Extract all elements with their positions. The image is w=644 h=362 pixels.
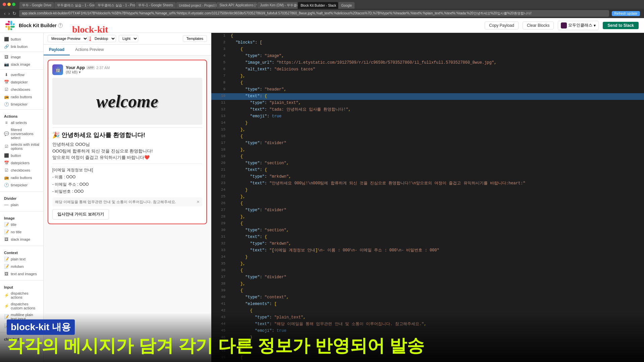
- json-line[interactable]: 31 "text": {: [211, 234, 644, 241]
- send-to-slack-button[interactable]: Send to Slack: [603, 22, 639, 29]
- browser-tab[interactable]: Untitled project - Project Ed...: [176, 2, 216, 9]
- browser-tab[interactable]: Justin Kim (DM) - 무두클레스...: [257, 2, 298, 9]
- json-line[interactable]: 9 "type": "header",: [211, 86, 644, 93]
- browser-tab[interactable]: 무두클레스 실습 - 1 - Project: [95, 2, 135, 9]
- copy-payload-button[interactable]: Copy Payload: [485, 21, 519, 29]
- line-number: 24: [215, 187, 225, 194]
- sidebar-item-datepicker[interactable]: 📅datepicker: [0, 78, 43, 86]
- browser-tab[interactable]: Slack API: Applications | 앱...: [217, 2, 257, 9]
- browser-tab[interactable]: 무두클레스 실습 - 1 - Google: [54, 2, 95, 9]
- sidebar-item-timepicker[interactable]: 🕐timepicker: [0, 181, 43, 189]
- json-line[interactable]: 39 {: [211, 288, 644, 294]
- theme-select[interactable]: Light Dark: [119, 35, 138, 42]
- json-line[interactable]: 22 "type": "mrkdwn",: [211, 174, 644, 180]
- sidebar-item-text-and-images[interactable]: 🖼text and images: [0, 270, 43, 278]
- json-line[interactable]: 2 "blocks": [: [211, 40, 644, 46]
- json-line[interactable]: 3 {: [211, 46, 644, 53]
- sidebar-item-plain[interactable]: —plain: [0, 201, 43, 208]
- json-line[interactable]: 25 },: [211, 194, 644, 200]
- json-line[interactable]: 23 "text": "안녕하세요 000님!\n000팀에 합류하게 되신 것…: [211, 180, 644, 187]
- clear-blocks-button[interactable]: Clear Blocks: [523, 21, 554, 29]
- json-line[interactable]: 21 "text": {: [211, 167, 644, 174]
- sidebar-item-button[interactable]: ⬛button: [0, 152, 43, 159]
- refresh-icon[interactable]: ↻: [12, 11, 16, 16]
- tab-payload[interactable]: Payload: [44, 45, 70, 55]
- sidebar-item-icon: 📝: [4, 230, 9, 234]
- sidebar-item-no-title[interactable]: 📝no title: [0, 228, 43, 236]
- sidebar-item-title[interactable]: 📝title: [0, 221, 43, 228]
- sidebar-item-button[interactable]: ⬛button: [0, 36, 43, 43]
- json-line[interactable]: 41 "elements": [: [211, 301, 644, 308]
- json-line[interactable]: 32 "type": "mrkdwn",: [211, 241, 644, 247]
- sidebar-item-slack-image[interactable]: 🖼slack image: [0, 236, 43, 243]
- sidebar-item-slack-image[interactable]: 📷slack image: [0, 61, 43, 68]
- browser-tab[interactable]: Google: [338, 2, 355, 9]
- json-line[interactable]: 34 }: [211, 254, 644, 261]
- templates-button[interactable]: Templates: [183, 35, 207, 42]
- json-line[interactable]: 27 "type": "divider": [211, 207, 644, 214]
- json-line[interactable]: 1{: [211, 33, 644, 40]
- json-line[interactable]: 20 "type": "section",: [211, 160, 644, 167]
- browser-tab[interactable]: 무두-1 - Google Sheets: [136, 2, 176, 9]
- json-line[interactable]: 18 },: [211, 147, 644, 154]
- update-button[interactable]: Refresh update: [612, 11, 640, 16]
- back-icon[interactable]: ‹: [4, 11, 6, 16]
- sidebar-item-dispatches-actions[interactable]: ⚡dispatches actions: [0, 290, 43, 301]
- delete-icon[interactable]: ✕: [197, 200, 200, 204]
- workspace-selector[interactable]: 모두인클래스 ▾: [558, 21, 599, 30]
- sidebar-item-filtered-conversations-select[interactable]: 💬filtered conversations select: [0, 126, 43, 141]
- sidebar-item-checkboxes[interactable]: ☑checkboxes: [0, 167, 43, 174]
- json-line[interactable]: 17 "type": "divider": [211, 140, 644, 147]
- json-line[interactable]: 36 {: [211, 267, 644, 274]
- json-line[interactable]: 37 "type": "divider": [211, 274, 644, 281]
- sidebar-item-timepicker[interactable]: 🕐timepicker: [0, 101, 43, 108]
- json-line[interactable]: 16 {: [211, 133, 644, 140]
- sidebar-item-icon: ⚡: [4, 293, 9, 298]
- json-line[interactable]: 35 },: [211, 261, 644, 267]
- sidebar-item-link-button[interactable]: 🔗link button: [0, 43, 43, 50]
- sidebar-item-overflow[interactable]: ⬇overflow: [0, 71, 43, 78]
- sidebar-item-selects-with-initial-options[interactable]: ☑selects with initial options: [0, 141, 43, 152]
- json-line[interactable]: 33 "text": "[이메일 계정정보 안내]\n- 이름 : 000\n-…: [211, 247, 644, 254]
- json-line[interactable]: 28 },: [211, 214, 644, 221]
- json-line[interactable]: 15 },: [211, 127, 644, 133]
- json-line[interactable]: 4 "type": "image",: [211, 53, 644, 60]
- sidebar-item-radio-buttons[interactable]: 📻radio buttons: [0, 93, 43, 101]
- address-input[interactable]: [19, 10, 609, 17]
- json-line[interactable]: 11 "type": "plain_text",: [211, 100, 644, 107]
- sidebar-item-checkboxes[interactable]: ☑checkboxes: [0, 86, 43, 93]
- minimize-dot[interactable]: [7, 3, 11, 6]
- browser-tab[interactable]: 무두 - Google Drive: [19, 2, 54, 9]
- close-dot[interactable]: [3, 3, 6, 6]
- json-line[interactable]: 26 {: [211, 200, 644, 207]
- sidebar-item-mrkdwn[interactable]: 📝mrkdwn: [0, 263, 43, 270]
- sidebar-item-image[interactable]: 🖼image: [0, 53, 43, 61]
- json-line[interactable]: 19 {: [211, 154, 644, 160]
- json-line[interactable]: 38 },: [211, 281, 644, 288]
- sidebar-item-dispatches-custom-actions[interactable]: ⚡dispatches custom actions: [0, 301, 43, 311]
- sidebar-item-datepickers[interactable]: 📅datepickers: [0, 159, 43, 167]
- json-line[interactable]: 40 "type": "context",: [211, 294, 644, 301]
- info-icon[interactable]: ?: [58, 23, 63, 28]
- sidebar-item-plain-text[interactable]: 📝plain text: [0, 255, 43, 263]
- maximize-dot[interactable]: [12, 3, 15, 6]
- sidebar-item-all-selects[interactable]: ≡all selects: [0, 119, 43, 126]
- json-line[interactable]: 8 {: [211, 80, 644, 86]
- json-line[interactable]: 5 "image_url": "https://i.etystatic.com/…: [211, 60, 644, 66]
- browser-tab[interactable]: Block Kit Builder - Slack: [298, 2, 338, 9]
- forward-icon[interactable]: ›: [8, 11, 10, 16]
- tab-actions-preview[interactable]: Actions Preview: [70, 45, 109, 55]
- json-line[interactable]: 13 "emoji": true: [211, 113, 644, 120]
- avatar: 🤖: [52, 64, 63, 75]
- json-line[interactable]: 24 }: [211, 187, 644, 194]
- json-line[interactable]: 12 "text": "tada: 안녕하세요 입사를 환영합니다!",: [211, 107, 644, 113]
- json-line[interactable]: 10 "text": {: [211, 93, 644, 100]
- json-line[interactable]: 6 "alt_text": "delicious tacos": [211, 66, 644, 73]
- json-line[interactable]: 7 },: [211, 73, 644, 80]
- json-line[interactable]: 30 "type": "section",: [211, 227, 644, 234]
- guide-button[interactable]: 입사안내 가이드 보러가기: [52, 209, 109, 220]
- json-line[interactable]: 29 {: [211, 221, 644, 227]
- sidebar-item-radio-buttons[interactable]: 📻radio buttons: [0, 174, 43, 181]
- json-line[interactable]: 14 }: [211, 120, 644, 127]
- workspace-name: 모두인클래스: [568, 22, 592, 28]
